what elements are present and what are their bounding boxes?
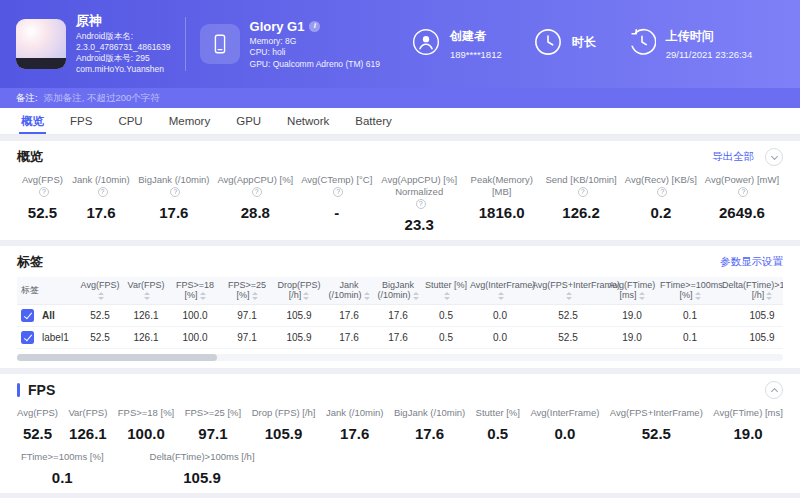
note-placeholder: 添加备注, 不超过200个字符 [44, 92, 160, 105]
cell: 17.6 [373, 305, 423, 327]
cell: 52.5 [531, 305, 605, 327]
help-icon[interactable] [333, 187, 343, 197]
parameter-display-settings-link[interactable]: 参数显示设置 [720, 255, 783, 269]
metric-label: Delta(FTime)>100ms [/h] [150, 451, 255, 463]
creator-block: 创建者 189****1812 [412, 28, 502, 60]
metric-value: 97.1 [185, 425, 242, 442]
device-name: Glory G1 [250, 18, 305, 36]
metric-value: 126.1 [68, 425, 107, 442]
metric-label: Avg(FPS+InterFrame) [610, 407, 703, 419]
help-icon[interactable] [98, 187, 108, 197]
cell: 17.6 [373, 327, 423, 349]
report-header: 原神 Android版本名: 2.3.0_4786731_4861639 And… [0, 0, 800, 88]
collapse-overview-button[interactable] [765, 148, 783, 166]
sort-icon[interactable] [144, 292, 150, 300]
help-icon[interactable] [657, 187, 667, 197]
labels-table: 标签 Avg(FPS) Var(FPS) FPS>=18 [%] FPS>=25… [17, 277, 783, 350]
column-header: Delta(FTime)>100ms [/h] [721, 277, 783, 305]
sort-icon[interactable] [639, 292, 645, 300]
sort-icon[interactable] [252, 292, 258, 300]
cell: 0.5 [423, 327, 469, 349]
cell: 100.0 [169, 305, 221, 327]
tab-battery[interactable]: Battery [342, 108, 404, 134]
sort-icon[interactable] [200, 292, 206, 300]
metric-label: Send [KB/10min] [545, 174, 616, 185]
metric-label: FTime>=100ms [%] [21, 451, 104, 463]
scrollbar-thumb[interactable] [17, 354, 217, 361]
sort-icon[interactable] [766, 292, 772, 300]
metric-value: 0.1 [21, 469, 104, 486]
table-row[interactable]: label1 52.5 126.1 100.0 97.1 105.9 17.6 … [17, 327, 783, 349]
tab-cpu[interactable]: CPU [105, 108, 155, 134]
help-icon[interactable] [252, 187, 262, 197]
fps-metric-stutter: Stutter [%] 0.5 [476, 407, 520, 442]
row-checkbox[interactable] [21, 331, 34, 344]
metric-value: 17.6 [326, 425, 384, 442]
help-icon[interactable] [578, 187, 588, 197]
creator-value: 189****1812 [450, 49, 502, 60]
fps-metric-avg-interframe: Avg(InterFrame) 0.0 [530, 407, 599, 442]
sort-icon[interactable] [498, 292, 504, 300]
sort-icon[interactable] [444, 292, 450, 300]
table-row[interactable]: All 52.5 126.1 100.0 97.1 105.9 17.6 17.… [17, 305, 783, 327]
export-all-link[interactable]: 导出全部 [712, 150, 754, 164]
note-bar[interactable]: 备注: 添加备注, 不超过200个字符 [0, 88, 800, 108]
fps-metric-ftime-ge-100ms: FTime>=100ms [%] 0.1 [21, 451, 104, 486]
metric-label: Avg(FPS) [17, 407, 58, 419]
metric-value: 28.8 [214, 204, 298, 221]
tab-gpu[interactable]: GPU [223, 108, 274, 134]
metric-value: 0.5 [476, 425, 520, 442]
cell: 17.6 [325, 327, 373, 349]
column-header: FTime>=100ms [%] [659, 277, 721, 305]
section-tabs: 概览 FPS CPU Memory GPU Network Battery [0, 108, 800, 135]
metric-value: 100.0 [118, 425, 175, 442]
metric-label: Avg(AppCPU) [%] [217, 174, 293, 185]
upload-time-value: 29/11/2021 23:26:34 [666, 49, 752, 60]
metric-avg-power: Avg(Power) [mW] 2649.6 [701, 174, 783, 233]
tab-memory[interactable]: Memory [156, 108, 224, 134]
app-version-name-label: Android版本名: [76, 31, 171, 42]
sort-icon[interactable] [566, 292, 572, 300]
column-header: Avg(FTime) [ms] [605, 277, 659, 305]
app-icon-banner [16, 58, 66, 69]
cell: 19.0 [605, 327, 659, 349]
row-label: label1 [42, 332, 69, 343]
cell: 0.5 [423, 305, 469, 327]
cell: 52.5 [531, 327, 605, 349]
sort-icon[interactable] [695, 292, 701, 300]
sort-icon[interactable] [98, 292, 104, 300]
tab-fps[interactable]: FPS [57, 108, 105, 134]
device-cpu: CPU: holi [250, 47, 380, 58]
sort-icon[interactable] [364, 292, 370, 300]
metric-avg-fps: Avg(FPS) 52.5 [17, 174, 68, 233]
sort-icon[interactable] [303, 292, 309, 300]
metric-value: 17.6 [68, 204, 134, 221]
cell: 105.9 [721, 305, 783, 327]
note-label: 备注: [16, 92, 38, 105]
sort-icon[interactable] [413, 292, 419, 300]
fps-metric-fps-ge-25: FPS>=25 [%] 97.1 [185, 407, 242, 442]
fps-metric-jank: Jank (/10min) 17.6 [326, 407, 384, 442]
collapse-fps-button[interactable] [765, 381, 783, 399]
upload-time-label: 上传时间 [666, 28, 752, 45]
phone-icon [200, 24, 240, 64]
tab-network[interactable]: Network [274, 108, 342, 134]
metric-value: 0.2 [621, 204, 701, 221]
info-icon[interactable] [309, 21, 320, 32]
help-icon[interactable] [39, 187, 49, 197]
metric-value: 126.2 [541, 204, 620, 221]
tab-overview[interactable]: 概览 [8, 108, 57, 134]
metric-value: 17.6 [134, 204, 213, 221]
help-icon[interactable] [170, 187, 180, 197]
column-header-label: 标签 [17, 277, 77, 305]
metric-label: Drop (FPS) [/h] [252, 407, 316, 419]
help-icon[interactable] [738, 187, 748, 197]
row-checkbox[interactable] [21, 309, 34, 322]
help-icon[interactable] [416, 199, 426, 209]
fps-metric-drop-fps: Drop (FPS) [/h] 105.9 [252, 407, 316, 442]
cell: 126.1 [123, 305, 169, 327]
fps-metric-delta-ftime-100ms: Delta(FTime)>100ms [/h] 105.9 [150, 451, 255, 486]
cell: 19.0 [605, 305, 659, 327]
device-memory: Memory: 8G [250, 36, 380, 47]
metric-send: Send [KB/10min] 126.2 [541, 174, 620, 233]
